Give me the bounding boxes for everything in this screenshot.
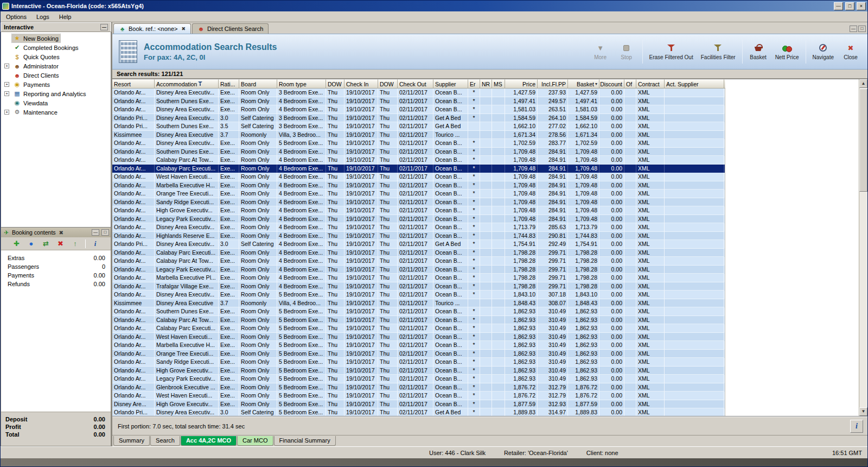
transfer-icon[interactable]: ⇄ xyxy=(41,239,51,248)
filter-funnel-icon[interactable] xyxy=(198,81,203,86)
sidebar-item-new-booking[interactable]: ★New Booking xyxy=(1,34,111,43)
bottom-tab-search[interactable]: Search xyxy=(150,436,180,446)
close-icon[interactable]: × xyxy=(857,2,866,10)
booking-contents-minimize-icon[interactable]: — xyxy=(92,229,99,236)
bottom-tab-car-mco[interactable]: Car MCO xyxy=(237,436,273,446)
delete-icon[interactable]: ✖ xyxy=(56,239,66,248)
column-header-act-supplier[interactable]: Act. Supplier xyxy=(665,79,724,89)
column-header-basket[interactable]: Basket▾ xyxy=(568,79,599,89)
column-header-nr[interactable]: NR xyxy=(480,79,492,89)
column-header-discount[interactable]: Discount xyxy=(599,79,624,89)
table-row[interactable]: Orlando Ar...High Grove Executiv...Exe..… xyxy=(112,367,725,375)
table-row[interactable]: Orlando Ar...Orange Tree Executi...Exe..… xyxy=(112,350,725,358)
booking-contents-close-icon[interactable]: ✖ xyxy=(58,230,65,236)
table-row[interactable]: Orlando Ar...Sandy Ridge Executi...Exe..… xyxy=(112,198,725,207)
table-row[interactable]: Disney Are...High Grove Executiv...Exe..… xyxy=(112,400,725,409)
scroll-down-icon[interactable]: ▼ xyxy=(859,407,867,416)
table-row[interactable]: Orlando Ar...Disney Area Executiv...Exe.… xyxy=(112,223,725,232)
column-header-accommodation[interactable]: Accommodation xyxy=(155,79,219,89)
info-icon[interactable]: i xyxy=(91,239,100,248)
table-row[interactable]: Orlando Ar...Marbella Executive Pl...Exe… xyxy=(112,274,725,282)
table-row[interactable]: Orlando Ar...Disney Area Executiv...Exe.… xyxy=(112,105,725,114)
scroll-up-icon[interactable]: ▲ xyxy=(859,79,867,88)
bottom-tab-acc-4a-2c-mco[interactable]: Acc 4A,2C MCO xyxy=(181,436,237,446)
table-row[interactable]: Orlando Ar...Calabay Parc At Tow...Exe..… xyxy=(112,257,725,266)
table-row[interactable]: Orlando Ar...West Haven Executi...Exe...… xyxy=(112,333,725,342)
menu-logs[interactable]: Logs xyxy=(31,12,54,21)
table-row[interactable]: Orlando Ar...Trafalgar Village Exe...Exe… xyxy=(112,282,725,291)
table-row[interactable]: Orlando Ar...West Haven Executi...Exe...… xyxy=(112,173,725,181)
table-row[interactable]: Orlando Ar...Marbella Executive H...Exe.… xyxy=(112,181,725,190)
table-row[interactable]: Orlando Ar...High Grove Executiv...Exe..… xyxy=(112,206,725,215)
expand-icon[interactable]: + xyxy=(4,110,9,115)
sidebar-item-administrator[interactable]: +☻Administrator xyxy=(1,61,111,71)
tab-close-icon[interactable]: ✖ xyxy=(182,26,186,31)
table-row[interactable]: Orlando Ar...Disney Area Executiv...Exe.… xyxy=(112,89,725,97)
table-row[interactable]: Orlando Ar...Southern Dunes Exe...Exe...… xyxy=(112,307,725,316)
sidebar-collapse-icon[interactable]: — xyxy=(100,24,108,30)
table-row[interactable]: Orlando Ar...Southern Dunes Exe...Exe...… xyxy=(112,148,725,156)
table-row[interactable]: Orlando Ar...Legacy Park Executiv...Exe.… xyxy=(112,215,725,224)
menu-options[interactable]: Options xyxy=(1,12,31,21)
maximize-icon[interactable]: □ xyxy=(845,2,854,10)
toolbar-button-facilities-filter[interactable]: Facilities Filter xyxy=(698,39,739,65)
scrollbar-thumb[interactable] xyxy=(859,89,867,192)
table-row[interactable]: Orlando Ar...Disney Area Executiv...Exe.… xyxy=(112,291,725,299)
table-row[interactable]: Orlando Ar...Legacy Park Executiv...Exe.… xyxy=(112,266,725,274)
table-row[interactable]: Orlando Ar...Orange Tree Executi...Exe..… xyxy=(112,190,725,198)
globe-icon[interactable]: ● xyxy=(27,239,36,248)
column-header-check-out[interactable]: Check Out xyxy=(398,79,433,89)
sidebar-item-direct-clients[interactable]: ☻Direct Clients xyxy=(1,71,111,80)
table-row[interactable]: Orlando Pri...Disney Area Executiv...3.0… xyxy=(112,408,725,416)
expand-icon[interactable]: + xyxy=(4,64,9,68)
table-row[interactable]: Orlando Ar...Glenbrook Executive ...Exe.… xyxy=(112,383,725,392)
table-row[interactable]: Orlando Ar...Calabay Parc Executi...Exe.… xyxy=(112,165,725,173)
toolbar-button-nett-price[interactable]: Nett Price xyxy=(772,39,802,65)
table-row[interactable]: Orlando Pri...Southern Dunes Exe...3.5Se… xyxy=(112,122,725,131)
mdi-restore-icon[interactable]: □ xyxy=(858,26,866,32)
sidebar-item-completed-bookings[interactable]: ✔Completed Bookings xyxy=(1,43,111,52)
table-row[interactable]: Orlando Ar...Calabay Parc At Tow...Exe..… xyxy=(112,156,725,165)
column-header-resort[interactable]: Resort xyxy=(112,79,155,89)
expand-icon[interactable]: + xyxy=(4,91,9,96)
sidebar-item-payments[interactable]: +◉Payments xyxy=(1,80,111,89)
table-row[interactable]: Orlando Ar...Highlands Reserve E...Exe..… xyxy=(112,232,725,241)
table-row[interactable]: Orlando Ar...Southern Dunes Exe...Exe...… xyxy=(112,97,725,106)
column-header-dow[interactable]: DOW xyxy=(378,79,398,89)
sidebar-item-viewdata[interactable]: ◉Viewdata xyxy=(1,98,111,108)
column-header-ms[interactable]: MS xyxy=(492,79,505,89)
table-row[interactable]: Orlando Ar...Sandy Ridge Executi...Exe..… xyxy=(112,358,725,367)
table-row[interactable]: Orlando Ar...Calabay Parc At Tow...Exe..… xyxy=(112,316,725,325)
tab-direct-clients-search[interactable]: ☻Direct Clients Search xyxy=(192,23,269,34)
table-row[interactable]: Orlando Ar...Calabay Parc Executi...Exe.… xyxy=(112,249,725,257)
booking-contents-maximize-icon[interactable]: □ xyxy=(101,229,109,236)
column-header-room-type[interactable]: Room type xyxy=(277,79,326,89)
table-row[interactable]: KissimmeeDisney Area Executive3.7Roomonl… xyxy=(112,131,725,140)
column-header-price[interactable]: Price xyxy=(505,79,538,89)
export-icon[interactable]: ↑ xyxy=(71,239,80,248)
table-row[interactable]: Orlando Pri...Disney Area Executiv...3.0… xyxy=(112,240,725,249)
column-header-er[interactable]: Er xyxy=(468,79,480,89)
minimize-icon[interactable]: — xyxy=(834,2,843,10)
column-header-rati-[interactable]: Rati... xyxy=(219,79,239,89)
sidebar-item-reporting-and-analytics[interactable]: +▦Reporting and Analytics xyxy=(1,89,111,98)
tab-book-ref-none-[interactable]: ♣Book. ref.: <none>✖ xyxy=(113,23,191,34)
column-header-check-in[interactable]: Check In xyxy=(344,79,378,89)
bottom-tab-financial-summary[interactable]: Financial Summary xyxy=(274,436,336,446)
info-button[interactable]: i xyxy=(850,420,863,433)
expand-icon[interactable]: + xyxy=(4,82,9,87)
column-header-supplier[interactable]: Supplier xyxy=(433,79,468,89)
column-header-contract[interactable]: Contract xyxy=(636,79,665,89)
table-row[interactable]: KissimmeeDisney Area Executive3.7Roomonl… xyxy=(112,299,725,308)
sidebar-item-quick-quotes[interactable]: $Quick Quotes xyxy=(1,52,111,61)
toolbar-button-close[interactable]: ✖Close xyxy=(838,39,863,65)
sidebar-item-maintenance[interactable]: +⚙Maintenance xyxy=(1,108,111,117)
scrollbar-track[interactable] xyxy=(859,192,867,407)
toolbar-button-basket[interactable]: Basket xyxy=(746,39,771,65)
table-row[interactable]: Orlando Ar...Legacy Park Executiv...Exe.… xyxy=(112,375,725,383)
column-header-incl-fl-pp[interactable]: Incl.Fl.PP xyxy=(538,79,568,89)
toolbar-button-erase-filtered-out[interactable]: Erase Filtered Out xyxy=(646,39,697,65)
column-header-of[interactable]: Of xyxy=(624,79,636,89)
toolbar-button-navigate[interactable]: Navigate xyxy=(809,39,837,65)
menu-help[interactable]: Help xyxy=(54,12,76,21)
